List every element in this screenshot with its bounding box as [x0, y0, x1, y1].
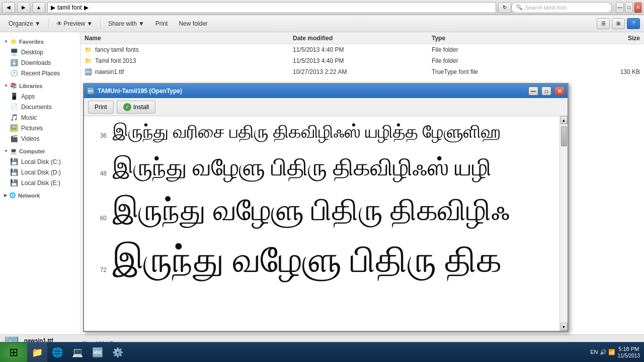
preview-button[interactable]: 👁 Preview ▼ — [52, 17, 98, 30]
font-preview-scroll[interactable]: 36 இரு‍ந்து வரிசை பதிரு திகவிழி­ஃஸ் யழித… — [84, 116, 559, 331]
table-row[interactable]: 🔤 nawsin1.ttf 10/27/2013 2:22 AM TrueTyp… — [80, 66, 644, 77]
scroll-up-button[interactable]: ▲ — [560, 116, 568, 124]
sidebar-item-downloads[interactable]: ⬇️ Downloads — [0, 57, 80, 68]
maximize-button[interactable]: □ — [625, 2, 633, 13]
font-size-label-72: 72 — [92, 266, 107, 274]
favorites-arrow: ▼ — [4, 39, 8, 44]
share-button[interactable]: Share with ▼ — [104, 17, 149, 30]
taskbar-icon-2[interactable]: 🌐 — [47, 342, 67, 363]
drive-d-icon: 💾 — [10, 168, 18, 176]
font-preview-title: TAMUni-Tamil195 (OpenType) — [98, 87, 525, 95]
preview-icon-tb: 👁 — [56, 20, 62, 27]
file-type-2: File folder — [432, 57, 571, 64]
sidebar-item-desktop[interactable]: 🖥️ Desktop — [0, 47, 80, 57]
file-name-3: nawsin1.ttf — [95, 68, 124, 75]
music-icon: 🎵 — [10, 114, 18, 121]
taskbar-explorer-icon[interactable]: 📁 — [27, 342, 47, 363]
taskbar-right: EN 🔊 📶 5:18 PM 11/5/2013 — [590, 345, 644, 359]
recent-label: Recent Places — [21, 70, 60, 77]
organize-button[interactable]: Organize ▼ — [4, 17, 45, 30]
col-type-header[interactable]: Type — [432, 35, 571, 42]
sidebar-item-music[interactable]: 🎵 Music — [0, 112, 80, 123]
sidebar-header-favorites[interactable]: ▼ ⭐ Favorites — [0, 36, 80, 47]
font-size-label-48: 48 — [92, 170, 107, 177]
search-box[interactable]: 🔍 Search tamil font — [511, 2, 612, 13]
sidebar-header-network[interactable]: ▶ 🌐 Network — [0, 190, 80, 201]
sidebar-item-drive-c[interactable]: 💾 Local Disk (C:) — [0, 156, 80, 167]
computer-icon: 💻 — [10, 148, 17, 154]
file-type-1: File folder — [432, 46, 571, 53]
font-size-label-60: 60 — [92, 215, 107, 222]
music-label: Music — [21, 114, 37, 121]
folder-icon-1: 📁 — [85, 46, 92, 53]
file-size-3: 130 KB — [571, 68, 640, 75]
refresh-button[interactable]: ↻ — [498, 2, 511, 13]
taskbar-icon-5[interactable]: ⚙️ — [108, 342, 128, 363]
start-button[interactable]: ⊞ — [0, 342, 27, 363]
sidebar-item-documents[interactable]: 📄 Documents — [0, 102, 80, 112]
fp-close-button[interactable]: ✕ — [554, 86, 565, 96]
sidebar-header-computer[interactable]: ▼ 💻 Computer — [0, 146, 80, 156]
taskbar-icon-3[interactable]: 💻 — [67, 342, 88, 363]
sidebar-item-recent[interactable]: 🕐 Recent Places — [0, 68, 80, 78]
computer-arrow: ▼ — [4, 149, 8, 153]
downloads-icon: ⬇️ — [10, 59, 18, 66]
taskbar-date: 11/5/2013 — [618, 352, 640, 359]
drive-c-label: Local Disk (C:) — [21, 158, 61, 165]
taskbar: ⊞ 📁 🌐 💻 🔤 ⚙️ EN 🔊 📶 5:18 PM 11/5/2013 — [0, 342, 644, 362]
print-toolbar-button[interactable]: Print — [151, 17, 173, 30]
new-folder-label: New folder — [179, 20, 207, 27]
back-button[interactable]: ◀ — [2, 2, 15, 13]
font-preview-content: 36 இரு‍ந்து வரிசை பதிரு திகவிழி­ஃஸ் யழித… — [84, 116, 568, 331]
scrollbar: ▲ ▼ — [559, 116, 568, 331]
table-row[interactable]: 📁 Tamil font 2013 11/5/2013 4:40 PM File… — [80, 55, 644, 66]
sidebar-item-videos[interactable]: 🎬 Videos — [0, 133, 80, 144]
forward-button[interactable]: ▶ — [17, 2, 30, 13]
pictures-label: Pictures — [21, 125, 43, 132]
col-name-header[interactable]: Name — [85, 35, 293, 42]
font-preview-title-icon: 🔤 — [87, 87, 95, 95]
sidebar-item-pictures[interactable]: 🖼️ Pictures — [0, 123, 80, 133]
taskbar-icon-4[interactable]: 🔤 — [88, 342, 108, 363]
font-sample-text-36: இரு‍ந்து வரிசை பதிரு திகவிழி­ஃஸ் யழித்த … — [113, 121, 501, 143]
sidebar-header-libraries[interactable]: ▼ 📚 Libraries — [0, 80, 80, 91]
documents-label: Documents — [21, 104, 52, 111]
libraries-arrow: ▼ — [4, 83, 8, 88]
print-button[interactable]: Print — [88, 101, 114, 114]
share-arrow: ▼ — [138, 20, 144, 27]
apps-label: Apps — [21, 93, 35, 100]
col-size-header[interactable]: Size — [571, 35, 640, 42]
breadcrumb-path: tamil font — [57, 4, 82, 11]
fp-maximize-button[interactable]: □ — [541, 86, 551, 96]
downloads-label: Downloads — [21, 59, 51, 66]
sidebar-item-apps[interactable]: 📱 Apps — [0, 91, 80, 102]
drive-e-icon: 💾 — [10, 179, 18, 187]
table-row[interactable]: 📁 fancy tamil fonts 11/5/2013 4:40 PM Fi… — [80, 44, 644, 55]
up-button[interactable]: ▲ — [32, 2, 45, 13]
libraries-label: Libraries — [19, 83, 42, 89]
breadcrumb[interactable]: ▶ tamil font ▶ — [47, 2, 496, 13]
font-preview-window: 🔤 TAMUni-Tamil195 (OpenType) — □ ✕ Print… — [83, 83, 569, 332]
scroll-down-button[interactable]: ▼ — [560, 323, 568, 331]
windows-logo: ⊞ — [9, 346, 18, 359]
sidebar: ▼ ⭐ Favorites 🖥️ Desktop ⬇️ Downloads 🕐 … — [0, 32, 80, 334]
sidebar-item-drive-d[interactable]: 💾 Local Disk (D:) — [0, 167, 80, 177]
scroll-thumb[interactable] — [561, 126, 567, 146]
new-folder-button[interactable]: New folder — [174, 17, 212, 30]
help-button[interactable]: ? — [627, 18, 640, 29]
breadcrumb-arrow: ▶ — [84, 4, 89, 11]
videos-icon: 🎬 — [10, 135, 18, 142]
sidebar-section-computer: ▼ 💻 Computer 💾 Local Disk (C:) 💾 Local D… — [0, 146, 80, 188]
fp-minimize-button[interactable]: — — [528, 86, 538, 96]
view-icons-button[interactable]: ⊞ — [612, 18, 625, 29]
drive-d-label: Local Disk (D:) — [21, 169, 61, 176]
sidebar-item-drive-e[interactable]: 💾 Local Disk (E:) — [0, 177, 80, 188]
organize-label: Organize — [9, 20, 33, 27]
file-name-2: Tamil font 2013 — [95, 57, 136, 64]
close-button[interactable]: ✕ — [634, 2, 642, 13]
install-button[interactable]: ✓ Install — [117, 101, 155, 114]
col-date-header[interactable]: Date modified — [293, 35, 432, 42]
minimize-button[interactable]: — — [616, 2, 624, 13]
view-details-button[interactable]: ☰ — [597, 18, 610, 29]
search-placeholder: Search tamil font — [525, 5, 567, 11]
